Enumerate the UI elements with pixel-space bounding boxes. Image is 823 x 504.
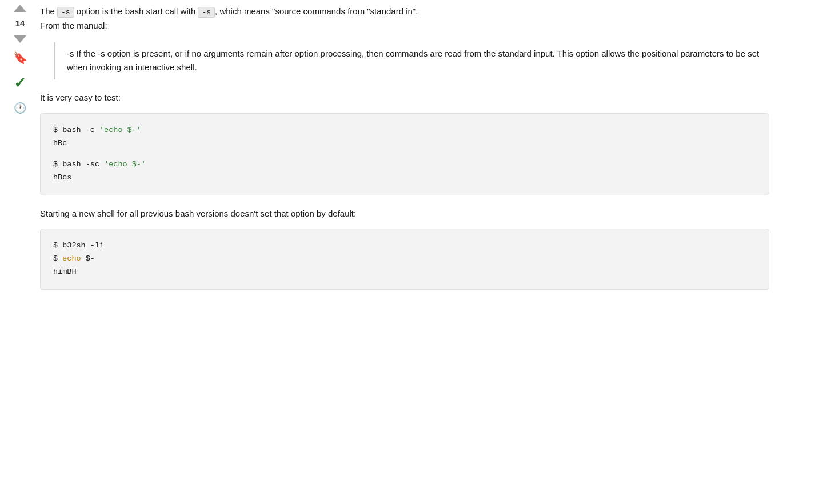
bookmark-icon: 🔖	[13, 52, 27, 63]
inline-code-s1: -s	[57, 7, 74, 18]
prompt-b32sh: $	[53, 241, 62, 250]
blockquote-text: -s If the -s option is present, or if no…	[67, 49, 759, 73]
accepted-answer-indicator: ✓	[10, 73, 30, 93]
code-line-b32sh: $ b32sh -li	[53, 239, 756, 253]
string-3: 'echo $-'	[104, 160, 146, 169]
code-output-himBH: himBH	[53, 266, 756, 279]
intro-paragraph: The -s option is the bash start call wit…	[40, 5, 769, 33]
cmd-dollar-minus: $-	[81, 254, 95, 263]
string-1: 'echo $-'	[99, 126, 141, 134]
cmd-bash-sc: bash -sc	[62, 160, 104, 169]
prompt-1: $	[53, 126, 62, 134]
prompt-3: $	[53, 160, 62, 169]
checkmark-icon: ✓	[14, 74, 26, 92]
history-button[interactable]: 🕐	[10, 98, 30, 118]
answer-sidebar: 14 🔖 ✓ 🕐	[0, 0, 40, 504]
answer-body: The -s option is the bash start call wit…	[40, 0, 783, 504]
bookmark-button[interactable]: 🔖	[10, 47, 30, 68]
manual-blockquote: -s If the -s option is present, or if no…	[54, 42, 769, 80]
output-hBcs: hBcs	[53, 173, 71, 182]
vote-count: 14	[15, 17, 25, 30]
code-line-1: $ bash -c 'echo $-'	[53, 124, 756, 137]
cmd-b32sh: b32sh -li	[62, 241, 104, 250]
echo-keyword: echo	[62, 254, 81, 263]
output-hBc: hBc	[53, 139, 67, 147]
downvote-button[interactable]	[14, 35, 26, 43]
code-block-2: $ b32sh -li $ echo $- himBH	[40, 229, 769, 290]
code-line-3: $ bash -sc 'echo $-'	[53, 158, 756, 171]
code-line-echo: $ echo $-	[53, 253, 756, 266]
upvote-button[interactable]	[14, 5, 26, 12]
intro-text-before: The	[40, 6, 55, 16]
inline-code-s2: -s	[198, 7, 215, 18]
test-intro-text: It is very easy to test:	[40, 91, 769, 105]
output-himBH: himBH	[53, 267, 77, 276]
cmd-bash-c: bash -c	[62, 126, 99, 134]
code-block-1: $ bash -c 'echo $-' hBc $ bash -sc 'echo…	[40, 113, 769, 195]
intro-text-middle: option is the bash start call with	[77, 6, 195, 16]
intro-text-line2: From the manual:	[40, 21, 107, 30]
history-icon: 🕐	[14, 102, 26, 114]
second-intro-text: Starting a new shell for all previous ba…	[40, 207, 769, 221]
code-output-2: hBcs	[53, 171, 756, 185]
intro-text-after: , which means "source commands from "sta…	[215, 6, 418, 16]
code-output-1: hBc	[53, 137, 756, 150]
prompt-echo: $	[53, 254, 62, 263]
